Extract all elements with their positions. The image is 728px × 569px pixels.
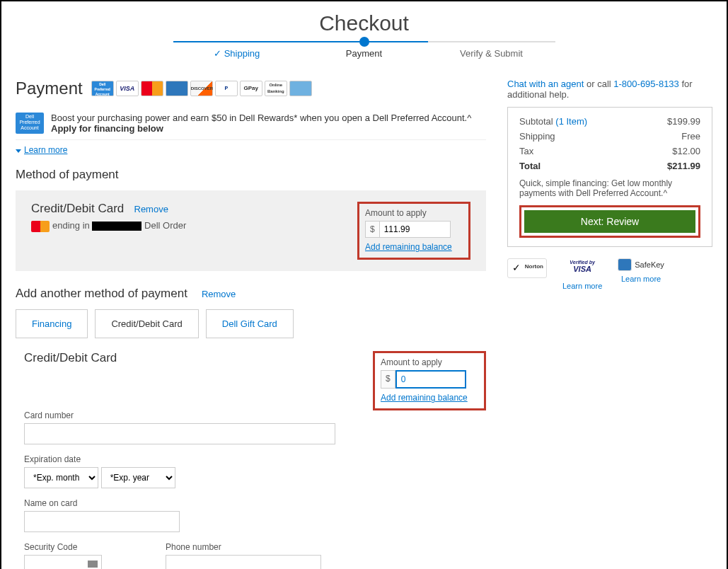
online-banking-icon: OnlineBanking: [265, 81, 287, 96]
shipping-value: Free: [681, 131, 700, 142]
step-verify: Verify & Submit: [428, 41, 555, 64]
saved-card-row: Credit/Debit Card Remove ending in Dell …: [16, 190, 486, 271]
page-title: Checkout: [16, 11, 712, 35]
financing-promo: DellPreferredAccount Boost your purchasi…: [16, 107, 486, 140]
chat-agent-link[interactable]: Chat with an agent: [507, 79, 584, 89]
generic-card-icon: [289, 81, 312, 96]
step-payment-label: Payment: [346, 48, 382, 59]
next-review-button[interactable]: Next: Review: [524, 210, 695, 233]
trust-badges: Norton Verified byVISA Learn more SafeKe…: [507, 258, 712, 291]
order-summary: Subtotal (1 Item)$199.99 ShippingFree Ta…: [507, 107, 712, 247]
remove-saved-card[interactable]: Remove: [134, 204, 168, 214]
amex-icon: [166, 81, 188, 96]
tax-value: $12.00: [672, 146, 700, 156]
checkout-steps: ✓Shipping Payment Verify & Submit: [16, 41, 712, 64]
total-label: Total: [519, 161, 541, 171]
tax-label: Tax: [519, 146, 533, 156]
visa-icon: VISA: [116, 81, 139, 96]
tab-credit-card[interactable]: Credit/Debit Card: [95, 309, 198, 338]
mastercard-mini-icon: [31, 221, 50, 232]
method-heading: Method of payment: [16, 168, 486, 182]
tab-financing[interactable]: Financing: [16, 309, 88, 338]
new-amount-box: Amount to apply $ Add remaining balance: [373, 351, 486, 410]
dpa-badge-icon: DellPreferredAccount: [16, 113, 44, 134]
new-card-title: Credit/Debit Card: [24, 351, 354, 365]
subtotal-label: Subtotal: [519, 116, 555, 127]
card-number-input[interactable]: [24, 423, 335, 444]
subtotal-value: $199.99: [667, 116, 700, 127]
step-verify-label: Verify & Submit: [460, 48, 523, 59]
saved-amount-label: Amount to apply: [365, 208, 463, 218]
remove-add-method[interactable]: Remove: [202, 289, 236, 299]
promo-line1: Boost your purchasing power and earn $50…: [51, 113, 471, 123]
phone-number-label: Phone number: [166, 542, 321, 552]
new-amount-input[interactable]: [395, 370, 466, 389]
financing-note: Quick, simple financing: Get low monthly…: [519, 178, 700, 198]
dell-order-label: Dell Order: [144, 220, 186, 231]
masked-digits: [92, 222, 141, 231]
shipping-label: Shipping: [519, 131, 555, 142]
item-count-link[interactable]: (1 Item): [555, 116, 587, 127]
check-icon: ✓: [214, 48, 221, 59]
dollar-sign-icon: $: [365, 221, 380, 238]
saved-amount-input[interactable]: [380, 221, 451, 238]
safekey-label: SafeKey: [635, 260, 664, 269]
total-value: $211.99: [667, 161, 700, 171]
chevron-down-icon: [16, 149, 21, 153]
add-remaining-new[interactable]: Add remaining balance: [381, 393, 478, 403]
step-shipping[interactable]: ✓Shipping: [173, 41, 301, 64]
help-line: Chat with an agent or call 1-800-695-813…: [507, 79, 712, 100]
verified-by-visa-icon: Verified byVISA: [562, 258, 602, 278]
new-amount-label: Amount to apply: [381, 357, 478, 367]
card-back-icon: [88, 561, 98, 568]
help-phone-link[interactable]: 1-800-695-8133: [613, 79, 679, 89]
card-number-label: Card number: [24, 410, 486, 420]
dpa-icon: DellPreferredAccount: [91, 81, 114, 96]
tab-gift-card[interactable]: Dell Gift Card: [206, 309, 294, 338]
security-code-label: Security Code: [24, 542, 102, 552]
exp-date-label: Expiration date: [24, 454, 486, 464]
dollar-sign-icon: $: [381, 370, 395, 389]
promo-line2: Apply for financing below: [51, 123, 471, 134]
ending-in-label: ending in: [52, 220, 90, 231]
safekey-learn-more[interactable]: Learn more: [618, 274, 664, 284]
step-shipping-label: Shipping: [224, 48, 260, 59]
accepted-cards: DellPreferredAccount VISA DISCOVER P GPa…: [91, 81, 312, 96]
gpay-icon: GPay: [240, 81, 262, 96]
safekey-icon: [618, 258, 632, 271]
phone-number-input[interactable]: [166, 555, 321, 569]
visa-learn-more[interactable]: Learn more: [562, 281, 602, 291]
add-remaining-saved[interactable]: Add remaining balance: [365, 242, 463, 252]
exp-year-select[interactable]: *Exp. year: [101, 467, 175, 488]
learn-more-label: Learn more: [24, 145, 67, 155]
next-button-highlight: Next: Review: [519, 205, 700, 238]
exp-month-select[interactable]: *Exp. month: [24, 467, 98, 488]
add-method-heading: Add another method of payment: [16, 287, 187, 301]
saved-amount-box: Amount to apply $ Add remaining balance: [357, 202, 470, 260]
mastercard-icon: [141, 81, 163, 96]
name-on-card-label: Name on card: [24, 498, 486, 508]
norton-icon: Norton: [507, 258, 547, 278]
payment-heading: Payment: [16, 79, 83, 98]
name-on-card-input[interactable]: [24, 511, 180, 532]
saved-card-title: Credit/Debit Card: [31, 202, 124, 215]
learn-more-link[interactable]: Learn more: [16, 145, 67, 155]
discover-icon: DISCOVER: [190, 81, 213, 96]
step-payment: Payment: [301, 41, 428, 64]
paypal-icon: P: [215, 81, 238, 96]
